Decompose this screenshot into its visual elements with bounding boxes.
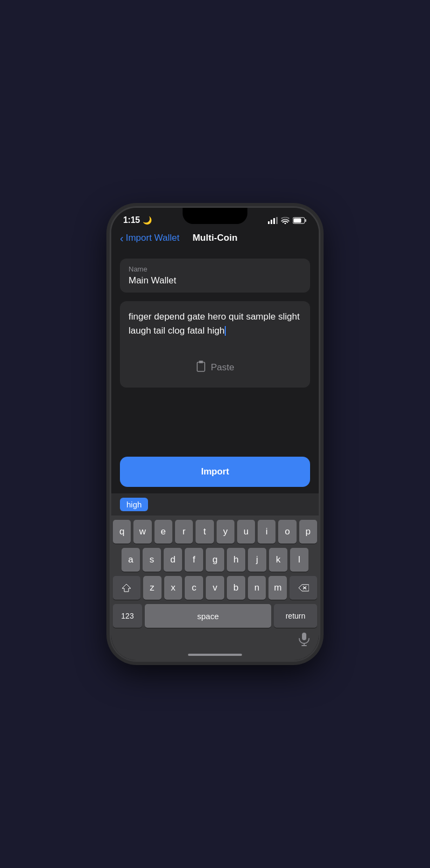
svg-rect-6 xyxy=(294,218,301,222)
back-chevron-icon: ‹ xyxy=(120,233,124,243)
key-g[interactable]: g xyxy=(206,548,224,572)
screen: 1:15 🌙 xyxy=(111,208,319,660)
nav-header: ‹ Import Wallet Multi-Coin xyxy=(111,228,319,250)
key-y[interactable]: y xyxy=(217,520,234,544)
signal-icon xyxy=(268,217,278,224)
keyboard-row-3: z x c v b n m xyxy=(113,576,317,600)
back-label: Import Wallet xyxy=(126,233,180,243)
svg-rect-9 xyxy=(199,361,203,363)
delete-key[interactable] xyxy=(290,576,317,600)
home-indicator xyxy=(111,650,319,660)
svg-rect-3 xyxy=(276,217,278,224)
status-icons xyxy=(268,217,307,224)
key-a[interactable]: a xyxy=(122,548,140,572)
svg-rect-7 xyxy=(197,362,205,371)
svg-rect-1 xyxy=(271,220,272,224)
mnemonic-text: finger depend gate hero quit sample slig… xyxy=(129,310,301,349)
key-z[interactable]: z xyxy=(143,576,162,600)
svg-rect-12 xyxy=(302,633,306,640)
key-i[interactable]: i xyxy=(258,520,276,544)
key-n[interactable]: n xyxy=(248,576,266,600)
key-k[interactable]: k xyxy=(269,548,287,572)
spacer xyxy=(120,396,310,448)
notch xyxy=(183,208,247,224)
svg-rect-0 xyxy=(268,221,270,224)
key-m[interactable]: m xyxy=(268,576,287,600)
key-t[interactable]: t xyxy=(196,520,213,544)
import-button[interactable]: Import xyxy=(120,457,310,487)
home-bar xyxy=(188,654,242,656)
mic-row xyxy=(111,630,319,650)
mnemonic-field[interactable]: finger depend gate hero quit sample slig… xyxy=(120,301,310,388)
keyboard-row-2: a s d f g h j k l xyxy=(113,548,317,572)
key-u[interactable]: u xyxy=(237,520,255,544)
shift-key[interactable] xyxy=(113,576,140,600)
keyboard-row-1: q w e r t y u i o p xyxy=(113,520,317,544)
key-b[interactable]: b xyxy=(227,576,245,600)
back-button[interactable]: ‹ Import Wallet xyxy=(120,233,179,243)
key-f[interactable]: f xyxy=(185,548,203,572)
key-p[interactable]: p xyxy=(299,520,317,544)
key-s[interactable]: s xyxy=(143,548,161,572)
return-key[interactable]: return xyxy=(274,604,317,628)
paste-button[interactable]: Paste xyxy=(191,356,238,379)
key-j[interactable]: j xyxy=(248,548,266,572)
autocomplete-chip[interactable]: high xyxy=(120,498,148,511)
key-x[interactable]: x xyxy=(164,576,183,600)
paste-label: Paste xyxy=(211,362,234,373)
status-time: 1:15 xyxy=(123,215,140,225)
numbers-key[interactable]: 123 xyxy=(113,604,142,628)
phone-frame: 1:15 🌙 xyxy=(110,206,320,662)
key-e[interactable]: e xyxy=(154,520,172,544)
autocomplete-row: high xyxy=(111,493,319,516)
space-key[interactable]: space xyxy=(145,604,271,628)
key-c[interactable]: c xyxy=(185,576,203,600)
nav-title: Multi-Coin xyxy=(192,233,237,243)
key-w[interactable]: w xyxy=(133,520,151,544)
microphone-icon[interactable] xyxy=(298,632,310,649)
moon-icon: 🌙 xyxy=(143,216,152,225)
svg-rect-5 xyxy=(305,219,307,222)
key-r[interactable]: r xyxy=(175,520,193,544)
key-v[interactable]: v xyxy=(206,576,224,600)
keyboard-row-4: 123 space return xyxy=(113,604,317,628)
name-field[interactable]: Name Main Wallet xyxy=(120,259,310,293)
key-o[interactable]: o xyxy=(278,520,296,544)
text-cursor xyxy=(225,326,226,336)
name-value: Main Wallet xyxy=(129,275,301,286)
key-h[interactable]: h xyxy=(227,548,245,572)
content: Name Main Wallet finger depend gate hero… xyxy=(111,250,319,493)
key-d[interactable]: d xyxy=(164,548,182,572)
svg-rect-2 xyxy=(273,218,275,224)
wifi-icon xyxy=(281,217,290,224)
key-l[interactable]: l xyxy=(290,548,308,572)
key-q[interactable]: q xyxy=(113,520,131,544)
battery-icon xyxy=(293,217,307,224)
keyboard: q w e r t y u i o p a s d f g h j k xyxy=(111,516,319,630)
clipboard-icon xyxy=(196,360,206,375)
name-label: Name xyxy=(129,265,301,273)
